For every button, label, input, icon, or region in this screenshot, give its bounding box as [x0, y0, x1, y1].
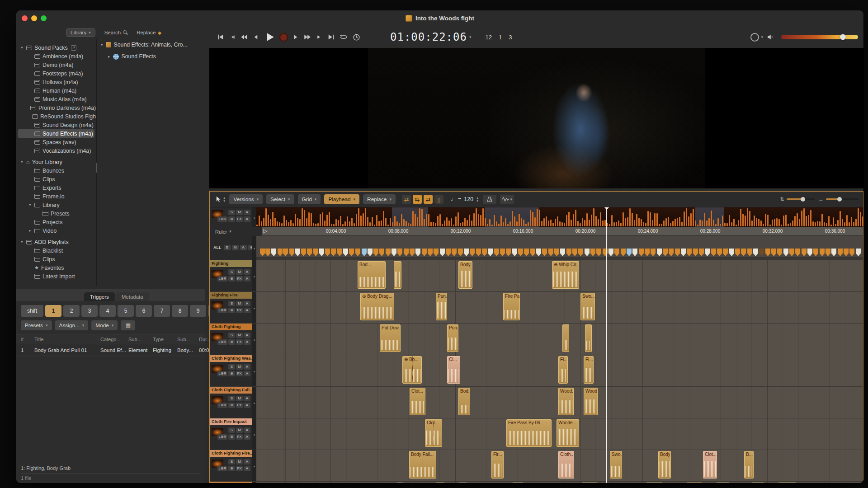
- fx-button[interactable]: FX: [236, 216, 243, 222]
- timeline-marker[interactable]: [392, 249, 396, 256]
- timeline-marker[interactable]: [518, 249, 523, 256]
- overlap-toggle[interactable]: ▯: [434, 195, 443, 204]
- output-routing-button[interactable]: L⊕R: [217, 371, 227, 376]
- timeline-marker[interactable]: [512, 249, 517, 256]
- audio-clip[interactable]: Body Fall...: [409, 451, 436, 479]
- audio-clip[interactable]: Clot...: [686, 483, 702, 483]
- timeline-marker[interactable]: [337, 249, 342, 256]
- titlebar[interactable]: Into the Woods fight: [16, 10, 863, 26]
- menu-grid[interactable]: Grid▾: [298, 194, 321, 204]
- tool-stepper[interactable]: ▲▼: [223, 196, 226, 202]
- audio-clip[interactable]: Clot...: [410, 388, 425, 415]
- timeline-marker[interactable]: [849, 249, 854, 256]
- timeline-marker[interactable]: [464, 249, 469, 256]
- audio-clip[interactable]: [585, 324, 592, 352]
- track-grip[interactable]: [252, 260, 256, 291]
- insert-button[interactable]: ⊕: [228, 434, 235, 440]
- timeline-marker[interactable]: [645, 249, 650, 256]
- tree-item-promo-darkness-m4a-[interactable]: Promo Darkness (m4a): [16, 103, 96, 112]
- track-lane[interactable]: ⊕ Body Drag...Pun...Fire Pass B...Swo...: [256, 292, 863, 323]
- timeline-marker[interactable]: [307, 249, 312, 256]
- tree-item-vocalizations-m4a-[interactable]: Vocalizations (m4a): [16, 146, 96, 155]
- track-name[interactable]: Fighting: [210, 260, 256, 267]
- audio-clip[interactable]: [394, 261, 401, 289]
- tree-item-latest-import[interactable]: Latest Import: [16, 272, 96, 281]
- track-name[interactable]: Cloth Fighting Wea...: [210, 355, 256, 362]
- timeline-marker[interactable]: [838, 249, 843, 256]
- timeline-marker[interactable]: [783, 249, 788, 256]
- track-lane[interactable]: Body Fall...Fir...Cloth...Swo...Body...C…: [256, 450, 863, 481]
- browser-item[interactable]: ▸ Sound Effects: [101, 53, 202, 60]
- column-header[interactable]: Type: [153, 337, 177, 342]
- step-forward-button[interactable]: [291, 33, 300, 42]
- track-name[interactable]: Cloth Fighting Fire...: [210, 450, 256, 457]
- trigger-key-5[interactable]: 5: [118, 305, 134, 317]
- arm-button[interactable]: A: [244, 364, 250, 370]
- timeline-marker[interactable]: [368, 249, 373, 256]
- menu-replace[interactable]: Replace▾: [363, 194, 396, 204]
- browser-header[interactable]: ▾ Sound Effects: Animals, Cro...: [101, 42, 202, 48]
- audio-clip[interactable]: Woode...: [557, 419, 579, 447]
- output-routing-button[interactable]: L⊕R: [217, 434, 227, 440]
- trigger-key-7[interactable]: 7: [154, 305, 170, 317]
- audio-clip[interactable]: Bod...: [358, 261, 386, 289]
- column-header[interactable]: Title: [34, 337, 100, 342]
- automation-button[interactable]: A: [244, 339, 250, 345]
- automation-button[interactable]: A: [244, 466, 250, 471]
- timeline-marker[interactable]: [831, 249, 836, 256]
- mute-button[interactable]: M: [236, 301, 243, 306]
- menu-select[interactable]: Select▾: [266, 194, 294, 204]
- solo-button[interactable]: S: [228, 396, 235, 401]
- insert-button[interactable]: ⊕: [228, 339, 235, 345]
- timeline-marker[interactable]: [560, 249, 565, 256]
- mute-button[interactable]: M: [236, 333, 243, 338]
- track-lane[interactable]: Clot...Bod...Wood...Wood...: [256, 387, 863, 418]
- audio-clip[interactable]: Wood...: [558, 388, 574, 415]
- play-button[interactable]: [263, 30, 276, 44]
- solo-button[interactable]: S: [228, 210, 235, 215]
- timeline-marker[interactable]: [397, 249, 402, 256]
- timeline-marker[interactable]: [669, 249, 674, 256]
- timeline-marker[interactable]: [355, 249, 360, 256]
- arm-button[interactable]: A: [244, 396, 250, 401]
- mute-button[interactable]: M: [236, 269, 243, 275]
- arm-all-button[interactable]: A: [240, 245, 247, 250]
- output-routing-button[interactable]: L⊕R: [217, 403, 227, 408]
- timeline-marker[interactable]: [621, 249, 626, 256]
- tree-item-human-m4a-[interactable]: Human (m4a): [16, 86, 96, 95]
- timeline-marker[interactable]: [260, 249, 265, 256]
- tree-item-resound-studios-figh[interactable]: ReSound Studios Figh: [16, 112, 96, 121]
- tree-item-hollows-m4a-[interactable]: Hollows (m4a): [16, 78, 96, 86]
- timeline-marker[interactable]: [530, 249, 535, 256]
- zoom-slider[interactable]: ↔: [818, 196, 859, 202]
- timeline-marker[interactable]: [524, 249, 529, 256]
- tree-item-spaces-wav-[interactable]: Spaces (wav): [16, 138, 96, 146]
- go-start-button[interactable]: [216, 32, 226, 42]
- timeline-marker[interactable]: [711, 249, 716, 256]
- tree-item-bounces[interactable]: Bounces: [16, 166, 96, 175]
- solo-button[interactable]: S: [228, 301, 235, 306]
- audio-clip[interactable]: Pat Dow...: [380, 324, 401, 352]
- audio-clip[interactable]: Clot...: [425, 419, 442, 447]
- timeline-marker[interactable]: [820, 249, 825, 256]
- audio-clip[interactable]: D...: [436, 483, 445, 483]
- timeline-marker[interactable]: [494, 249, 499, 256]
- record-button[interactable]: [278, 32, 289, 42]
- audio-clip[interactable]: [458, 483, 467, 483]
- timeline-marker[interactable]: [422, 249, 427, 256]
- timeline-marker[interactable]: [410, 249, 415, 256]
- insert-button[interactable]: ⊕: [228, 276, 235, 282]
- timeline-marker[interactable]: [536, 249, 541, 256]
- waveform-view-button[interactable]: ▾: [500, 195, 514, 204]
- tree-item-video[interactable]: ▸Video: [16, 226, 96, 235]
- tab-metadata[interactable]: Metadata: [116, 292, 149, 301]
- track-grip[interactable]: [252, 324, 256, 355]
- timeline-marker[interactable]: [301, 249, 306, 256]
- insert-button[interactable]: ⊕: [228, 466, 235, 471]
- timeline-marker[interactable]: [663, 249, 668, 256]
- tab-triggers[interactable]: Triggers: [84, 292, 115, 301]
- arm-button[interactable]: A: [244, 459, 250, 465]
- go-end-button[interactable]: [326, 32, 336, 42]
- trigger-key-1[interactable]: 1: [45, 305, 61, 317]
- automation-button[interactable]: A: [244, 216, 250, 222]
